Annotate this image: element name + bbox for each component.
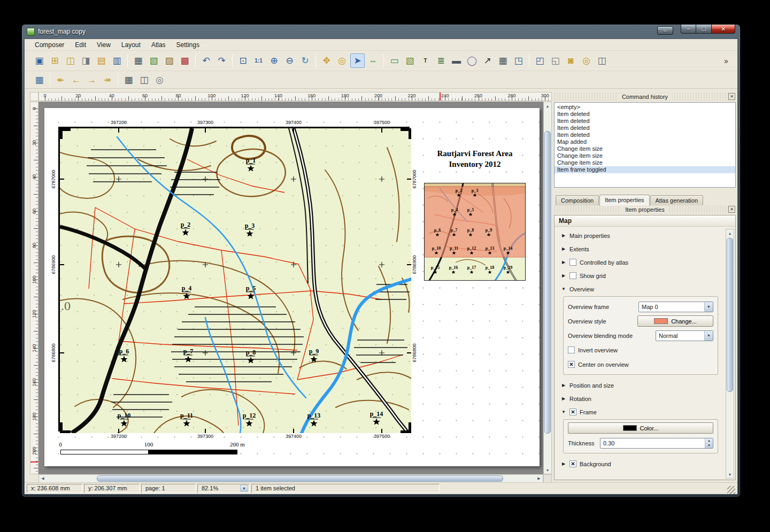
export-as-image-button[interactable]: ▧: [147, 53, 161, 68]
frame-checkbox[interactable]: ✕: [569, 408, 576, 415]
toolbar-overflow-button[interactable]: »: [721, 53, 731, 68]
invert-overview-checkbox[interactable]: [568, 346, 575, 353]
duplicate-composition-button[interactable]: ◫: [63, 53, 78, 68]
add-arrow-button[interactable]: ↗: [480, 53, 495, 68]
print-atlas-button[interactable]: ▦: [121, 73, 136, 87]
move-item-content-button[interactable]: ⇔: [366, 53, 380, 68]
zoom-out-button[interactable]: ⊖: [282, 53, 297, 68]
frame-thickness-spinner[interactable]: 0.30 ▲ ▼: [600, 438, 713, 449]
command-history-close-button[interactable]: ✕: [728, 93, 735, 100]
export-atlas-button[interactable]: ◫: [137, 73, 151, 87]
overview-style-change-button[interactable]: Change...: [637, 315, 713, 327]
section-position-and-size[interactable]: ▶ Position and size: [556, 379, 723, 392]
frame-color-button[interactable]: Color...: [568, 422, 713, 434]
center-on-overview-checkbox[interactable]: ✕: [568, 361, 575, 368]
zoom-region-button[interactable]: ◎: [335, 53, 349, 68]
add-attribute-table-button[interactable]: ▦: [496, 53, 510, 68]
properties-scrollbar[interactable]: ▲ ▼: [726, 229, 734, 479]
menu-edit[interactable]: Edit: [70, 40, 91, 50]
zoom-actual-size-button[interactable]: 1:1: [251, 53, 266, 68]
tab-atlas-generation[interactable]: Atlas generation: [650, 195, 704, 205]
load-from-template-button[interactable]: ▤: [94, 53, 109, 68]
item-properties-close-button[interactable]: ✕: [728, 206, 735, 213]
section-controlled-by-atlas[interactable]: ▶ Controlled by atlas: [556, 256, 723, 269]
zoom-dropdown-icon[interactable]: ▼: [240, 485, 248, 492]
add-image-button[interactable]: ▧: [403, 53, 417, 68]
overview-blending-combobox[interactable]: Normal ▼: [656, 330, 713, 341]
unlock-items-button[interactable]: ◎: [579, 53, 594, 68]
vertical-scroll-thumb[interactable]: [544, 131, 551, 434]
menu-view[interactable]: View: [92, 40, 116, 50]
history-item[interactable]: Map added: [555, 138, 735, 145]
lock-items-button[interactable]: ◙: [564, 53, 578, 68]
ungroup-items-button[interactable]: ◱: [548, 53, 563, 68]
section-overview[interactable]: ▼ Overview: [556, 282, 723, 296]
history-item[interactable]: Change item size: [555, 145, 735, 152]
menu-composer[interactable]: Composer: [30, 40, 69, 50]
show-grid-checkbox[interactable]: [569, 272, 576, 279]
save-project-button[interactable]: ▣: [32, 53, 47, 68]
map-title-item[interactable]: Rautjarvi Forest Area Inventory 2012: [425, 148, 525, 173]
history-item[interactable]: Item frame toggled: [555, 166, 735, 173]
raise-items-button[interactable]: ◫: [595, 53, 609, 68]
section-rotation[interactable]: ▶ Rotation: [556, 392, 723, 405]
save-as-template-button[interactable]: ▥: [110, 53, 124, 68]
zoom-full-button[interactable]: ⊡: [236, 53, 250, 68]
overview-frame-combobox[interactable]: Map 0 ▼: [638, 302, 713, 312]
refresh-view-button[interactable]: ↻: [298, 53, 312, 68]
history-item[interactable]: Change item size: [555, 152, 735, 159]
add-new-legend-button[interactable]: ≣: [434, 53, 448, 68]
scroll-up-icon[interactable]: ▲: [726, 229, 734, 237]
add-new-map-button[interactable]: ▭: [387, 53, 402, 68]
tab-composition[interactable]: Composition: [556, 195, 599, 205]
composer-canvas[interactable]: .0 p_1p_2p_3p_4p_5p_6p_7p_8p_9p_10p_11p_…: [38, 102, 543, 474]
scroll-up-icon[interactable]: ▲: [544, 102, 551, 110]
atlas-options-button[interactable]: ◎: [152, 73, 167, 87]
history-item[interactable]: Change item size: [555, 159, 735, 166]
atlas-next-feature-button[interactable]: →: [84, 73, 99, 87]
history-item[interactable]: Item deleted: [555, 118, 735, 125]
scroll-down-icon[interactable]: ▼: [544, 466, 551, 474]
export-as-svg-button[interactable]: ▨: [162, 53, 176, 68]
controlled-by-atlas-checkbox[interactable]: [569, 259, 576, 266]
tab-item-properties[interactable]: Item properties: [599, 195, 649, 206]
section-main-properties[interactable]: ▶ Main properties: [556, 229, 723, 242]
select-move-item-button[interactable]: ➤: [350, 53, 365, 68]
scroll-right-icon[interactable]: ▶: [535, 475, 543, 482]
history-item[interactable]: Item deleted: [555, 125, 735, 132]
atlas-last-feature-button[interactable]: ↠: [100, 73, 114, 87]
atlas-preview-button[interactable]: ▦: [32, 73, 47, 87]
history-item[interactable]: Item deleted: [555, 132, 735, 138]
group-items-button[interactable]: ◰: [533, 53, 547, 68]
atlas-previous-feature-button[interactable]: ←: [69, 73, 83, 87]
scroll-left-icon[interactable]: ◀: [39, 475, 47, 482]
section-frame[interactable]: ▼ ✕ Frame: [556, 405, 723, 419]
atlas-first-feature-button[interactable]: ↞: [53, 73, 68, 87]
section-show-grid[interactable]: ▶ Show grid: [556, 269, 723, 282]
add-ellipse-button[interactable]: ◯: [465, 53, 479, 68]
canvas-vertical-scrollbar[interactable]: ▲ ▼: [543, 102, 552, 474]
scalebar-item[interactable]: 0100200 m: [59, 441, 241, 459]
spinner-down-icon[interactable]: ▼: [705, 443, 713, 448]
overview-map-item[interactable]: p_2p_3p_4p_5p_6p_7p_8p_9p_10p_11p_12p_13…: [424, 183, 526, 281]
menu-settings[interactable]: Settings: [172, 40, 204, 50]
export-as-pdf-button[interactable]: ▩: [178, 53, 192, 68]
command-history-list[interactable]: <empty>Item deletedItem deletedItem dele…: [554, 102, 736, 188]
scroll-down-icon[interactable]: ▼: [726, 471, 734, 478]
window-close-button[interactable]: ✕: [711, 25, 735, 34]
window-switch-button[interactable]: ⇔: [657, 26, 673, 35]
section-extents[interactable]: ▶ Extents: [556, 242, 723, 256]
zoom-in-button[interactable]: ⊕: [267, 53, 281, 68]
composition-manager-button[interactable]: ◨: [79, 53, 93, 68]
properties-scroll-thumb[interactable]: [727, 238, 733, 392]
map-item[interactable]: .0 p_1p_2p_3p_4p_5p_6p_7p_8p_9p_10p_11p_…: [58, 127, 410, 431]
menu-layout[interactable]: Layout: [117, 40, 145, 50]
section-background[interactable]: ▶ ✕ Background: [556, 457, 723, 471]
print-button[interactable]: ▦: [131, 53, 145, 68]
undo-button[interactable]: ↶: [199, 53, 213, 68]
window-minimize-button[interactable]: –: [681, 25, 696, 34]
background-checkbox[interactable]: ✕: [569, 460, 576, 467]
redo-button[interactable]: ↷: [214, 53, 229, 68]
add-new-label-button[interactable]: T: [418, 53, 433, 68]
zoom-combobox[interactable]: 82.1% ▼: [197, 484, 250, 493]
